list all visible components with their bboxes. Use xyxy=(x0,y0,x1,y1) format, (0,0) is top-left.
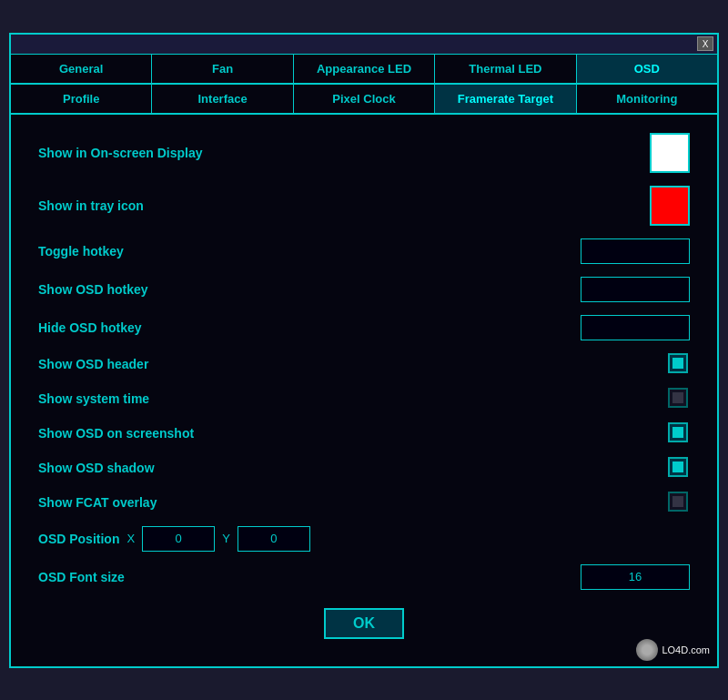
osd-x-input[interactable] xyxy=(142,526,215,552)
show-fcat-overlay-checkbox[interactable] xyxy=(668,492,690,513)
main-window: X General Fan Appearance LED Thermal LED… xyxy=(9,33,719,668)
osd-y-label: Y xyxy=(222,532,230,545)
show-in-tray-color-picker[interactable] xyxy=(650,186,690,226)
tab-framerate-target[interactable]: Framerate Target xyxy=(435,85,576,113)
show-osd-shadow-row: Show OSD shadow xyxy=(38,457,690,479)
show-osd-header-checkbox[interactable] xyxy=(668,353,690,375)
toggle-hotkey-row: Toggle hotkey xyxy=(38,238,690,264)
osd-font-size-input[interactable] xyxy=(581,564,690,590)
hide-osd-hotkey-label: Hide OSD hotkey xyxy=(38,320,581,335)
tab-pixel-clock[interactable]: Pixel Clock xyxy=(294,85,435,113)
show-osd-shadow-checkbox[interactable] xyxy=(668,457,690,479)
osd-y-input[interactable] xyxy=(238,526,310,552)
show-fcat-overlay-row: Show FCAT overlay xyxy=(38,492,690,513)
show-osd-header-row: Show OSD header xyxy=(38,353,690,375)
show-osd-hotkey-input[interactable] xyxy=(581,277,690,302)
watermark: LO4D.com xyxy=(636,639,710,661)
tab-general[interactable]: General xyxy=(11,55,152,83)
tab-monitoring[interactable]: Monitoring xyxy=(577,85,717,113)
tab-profile[interactable]: Profile xyxy=(11,85,152,113)
show-system-time-label: Show system time xyxy=(38,391,668,406)
content-area: Show in On-screen Display Show in tray i… xyxy=(11,115,717,666)
watermark-logo xyxy=(636,639,658,661)
tab-thermal-led[interactable]: Thermal LED xyxy=(435,55,576,83)
tab-appearance-led[interactable]: Appearance LED xyxy=(294,55,435,83)
tab-osd[interactable]: OSD xyxy=(577,55,717,83)
toggle-hotkey-label: Toggle hotkey xyxy=(38,244,581,259)
show-osd-shadow-label: Show OSD shadow xyxy=(38,461,668,475)
show-osd-screenshot-row: Show OSD on screenshot xyxy=(38,422,690,444)
tab-interface[interactable]: Interface xyxy=(152,85,293,113)
hide-osd-hotkey-row: Hide OSD hotkey xyxy=(38,315,690,340)
osd-font-size-row: OSD Font size xyxy=(38,564,690,590)
hide-osd-hotkey-input[interactable] xyxy=(581,315,690,340)
tab-fan[interactable]: Fan xyxy=(152,55,293,83)
show-in-tray-label: Show in tray icon xyxy=(38,198,650,213)
show-fcat-overlay-label: Show FCAT overlay xyxy=(38,495,668,510)
tabs-row1: General Fan Appearance LED Thermal LED O… xyxy=(11,55,717,85)
osd-position-row: OSD Position X Y xyxy=(38,526,690,552)
show-osd-screenshot-checkbox[interactable] xyxy=(668,422,690,444)
ok-button[interactable]: OK xyxy=(324,608,404,639)
osd-font-size-label: OSD Font size xyxy=(38,570,581,584)
toggle-hotkey-input[interactable] xyxy=(581,238,690,264)
tabs-row2: Profile Interface Pixel Clock Framerate … xyxy=(11,85,717,115)
osd-x-label: X xyxy=(126,532,135,545)
title-bar: X xyxy=(11,35,717,55)
show-system-time-checkbox[interactable] xyxy=(668,388,690,410)
show-system-time-row: Show system time xyxy=(38,388,690,410)
show-osd-screenshot-label: Show OSD on screenshot xyxy=(38,426,668,441)
show-osd-hotkey-label: Show OSD hotkey xyxy=(38,282,581,297)
ok-button-row: OK xyxy=(38,608,690,639)
close-button[interactable]: X xyxy=(697,36,713,51)
show-in-osd-color-picker[interactable] xyxy=(650,133,690,173)
show-in-tray-row: Show in tray icon xyxy=(38,186,690,226)
osd-position-label: OSD Position xyxy=(38,532,119,546)
show-in-osd-label: Show in On-screen Display xyxy=(38,146,650,160)
show-osd-hotkey-row: Show OSD hotkey xyxy=(38,277,690,302)
show-osd-header-label: Show OSD header xyxy=(38,357,668,371)
show-in-osd-row: Show in On-screen Display xyxy=(38,133,690,173)
watermark-text: LO4D.com xyxy=(662,644,710,655)
